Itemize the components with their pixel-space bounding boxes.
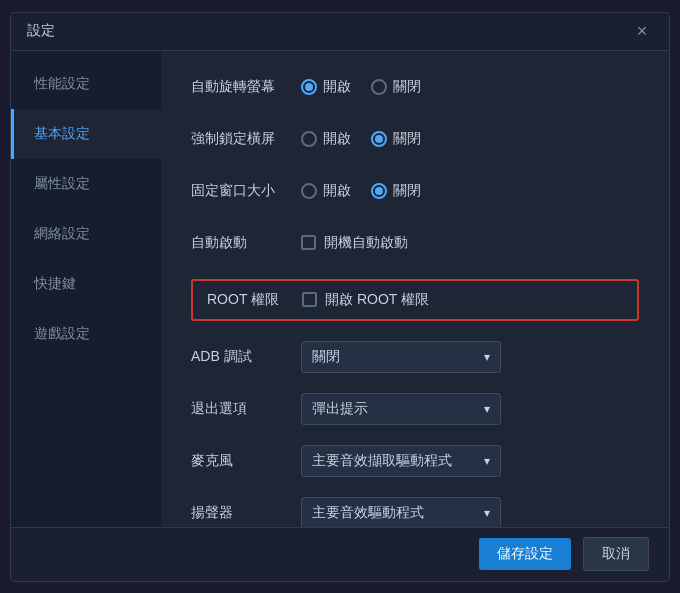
sidebar-item-shortcuts[interactable]: 快捷鍵 xyxy=(11,259,161,309)
sidebar-item-game[interactable]: 遊戲設定 xyxy=(11,309,161,359)
fixed-window-row: 固定窗口大小 開啟 關閉 xyxy=(191,175,639,207)
microphone-value: 主要音效擷取驅動程式 xyxy=(312,452,452,470)
radio-on-indicator xyxy=(301,131,317,147)
exit-label: 退出選項 xyxy=(191,400,301,418)
lock-landscape-label: 強制鎖定橫屏 xyxy=(191,130,301,148)
fixed-window-label: 固定窗口大小 xyxy=(191,182,301,200)
lock-landscape-controls: 開啟 關閉 xyxy=(301,130,639,148)
lock-landscape-on-label: 開啟 xyxy=(323,130,351,148)
radio-off-indicator xyxy=(371,131,387,147)
root-checkbox[interactable] xyxy=(302,292,317,307)
auto-rotate-controls: 開啟 關閉 xyxy=(301,78,639,96)
lock-landscape-off[interactable]: 關閉 xyxy=(371,130,421,148)
save-button[interactable]: 儲存設定 xyxy=(479,538,571,570)
fixed-window-controls: 開啟 關閉 xyxy=(301,182,639,200)
cancel-button[interactable]: 取消 xyxy=(583,537,649,571)
auto-start-checkbox[interactable] xyxy=(301,235,316,250)
radio-off-indicator xyxy=(371,183,387,199)
speaker-value: 主要音效驅動程式 xyxy=(312,504,424,522)
exit-dropdown-arrow: ▾ xyxy=(484,402,490,416)
auto-rotate-label: 自動旋轉螢幕 xyxy=(191,78,301,96)
lock-landscape-row: 強制鎖定橫屏 開啟 關閉 xyxy=(191,123,639,155)
auto-rotate-off[interactable]: 關閉 xyxy=(371,78,421,96)
fixed-window-off[interactable]: 關閉 xyxy=(371,182,421,200)
close-button[interactable]: × xyxy=(631,20,653,42)
main-content: 自動旋轉螢幕 開啟 關閉 強制鎖定橫屏 xyxy=(161,51,669,527)
lock-landscape-off-label: 關閉 xyxy=(393,130,421,148)
speaker-dropdown[interactable]: 主要音效驅動程式 ▾ xyxy=(301,497,501,527)
microphone-dropdown-arrow: ▾ xyxy=(484,454,490,468)
auto-rotate-on[interactable]: 開啟 xyxy=(301,78,351,96)
radio-off-indicator xyxy=(371,79,387,95)
lock-landscape-on[interactable]: 開啟 xyxy=(301,130,351,148)
settings-dialog: 設定 × 性能設定 基本設定 屬性設定 網絡設定 快捷鍵 遊戲設定 自動旋轉螢幕… xyxy=(10,12,670,582)
auto-rotate-off-label: 關閉 xyxy=(393,78,421,96)
exit-value: 彈出提示 xyxy=(312,400,368,418)
adb-dropdown[interactable]: 關閉 ▾ xyxy=(301,341,501,373)
sidebar-item-attribute[interactable]: 屬性設定 xyxy=(11,159,161,209)
root-checkbox-label: 開啟 ROOT 權限 xyxy=(325,291,429,309)
radio-on-indicator xyxy=(301,183,317,199)
radio-dot xyxy=(305,83,313,91)
microphone-dropdown-group: 主要音效擷取驅動程式 ▾ xyxy=(301,445,501,477)
auto-start-checkbox-label: 開機自動啟動 xyxy=(324,234,408,252)
auto-start-controls: 開機自動啟動 xyxy=(301,234,639,252)
exit-row: 退出選項 彈出提示 ▾ xyxy=(191,393,639,425)
sidebar-item-basic[interactable]: 基本設定 xyxy=(11,109,161,159)
fixed-window-on-label: 開啟 xyxy=(323,182,351,200)
dialog-content: 性能設定 基本設定 屬性設定 網絡設定 快捷鍵 遊戲設定 自動旋轉螢幕 開啟 xyxy=(11,51,669,527)
microphone-label: 麥克風 xyxy=(191,452,301,470)
exit-dropdown[interactable]: 彈出提示 ▾ xyxy=(301,393,501,425)
speaker-dropdown-arrow: ▾ xyxy=(484,506,490,520)
radio-dot xyxy=(375,135,383,143)
microphone-dropdown[interactable]: 主要音效擷取驅動程式 ▾ xyxy=(301,445,501,477)
exit-dropdown-group: 彈出提示 ▾ xyxy=(301,393,501,425)
speaker-row: 揚聲器 主要音效驅動程式 ▾ xyxy=(191,497,639,527)
fixed-window-on[interactable]: 開啟 xyxy=(301,182,351,200)
adb-row: ADB 調試 關閉 ▾ xyxy=(191,341,639,373)
auto-rotate-on-label: 開啟 xyxy=(323,78,351,96)
speaker-label: 揚聲器 xyxy=(191,504,301,522)
footer: 儲存設定 取消 xyxy=(11,527,669,581)
speaker-dropdown-group: 主要音效驅動程式 ▾ xyxy=(301,497,501,527)
auto-start-row: 自動啟動 開機自動啟動 xyxy=(191,227,639,259)
sidebar: 性能設定 基本設定 屬性設定 網絡設定 快捷鍵 遊戲設定 xyxy=(11,51,161,527)
adb-dropdown-group: 關閉 ▾ xyxy=(301,341,501,373)
titlebar: 設定 × xyxy=(11,13,669,51)
root-row: ROOT 權限 開啟 ROOT 權限 xyxy=(191,279,639,321)
sidebar-item-performance[interactable]: 性能設定 xyxy=(11,59,161,109)
microphone-row: 麥克風 主要音效擷取驅動程式 ▾ xyxy=(191,445,639,477)
auto-rotate-row: 自動旋轉螢幕 開啟 關閉 xyxy=(191,71,639,103)
auto-start-checkbox-group[interactable]: 開機自動啟動 xyxy=(301,234,408,252)
dialog-title: 設定 xyxy=(27,22,55,40)
root-checkbox-group[interactable]: 開啟 ROOT 權限 xyxy=(302,291,429,309)
auto-start-label: 自動啟動 xyxy=(191,234,301,252)
fixed-window-off-label: 關閉 xyxy=(393,182,421,200)
adb-value: 關閉 xyxy=(312,348,340,366)
radio-dot xyxy=(375,187,383,195)
adb-label: ADB 調試 xyxy=(191,348,301,366)
sidebar-item-network[interactable]: 網絡設定 xyxy=(11,209,161,259)
root-label: ROOT 權限 xyxy=(207,291,302,309)
radio-on-indicator xyxy=(301,79,317,95)
adb-dropdown-arrow: ▾ xyxy=(484,350,490,364)
